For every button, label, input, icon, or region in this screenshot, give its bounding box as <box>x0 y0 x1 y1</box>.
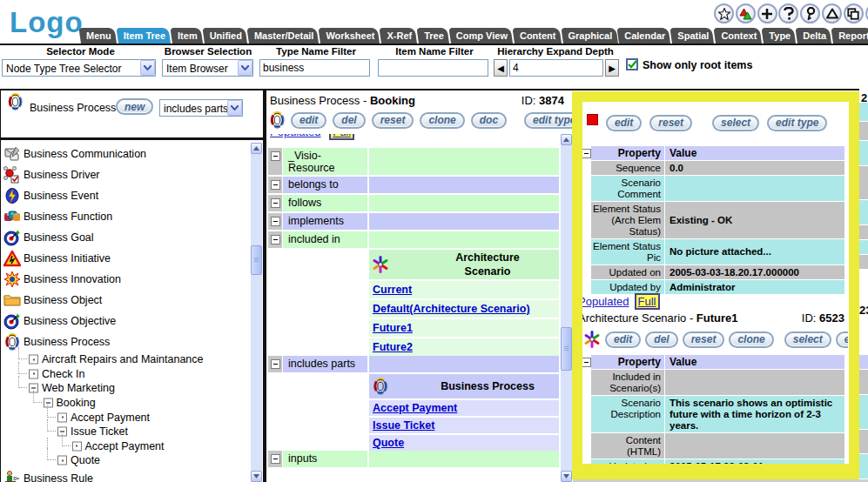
leaf-icon[interactable] <box>72 441 82 451</box>
reset-button[interactable]: reset <box>649 115 692 131</box>
related-item-link[interactable]: Issue Ticket <box>373 419 434 432</box>
reset-button[interactable]: reset <box>683 331 725 348</box>
delta-icon[interactable] <box>822 3 842 23</box>
collapse-icon[interactable] <box>582 149 591 158</box>
tree-item-booking[interactable]: Booking <box>1 396 251 411</box>
reset-button[interactable]: reset <box>372 112 414 129</box>
item-name-filter-input[interactable] <box>378 59 488 77</box>
edit-type-button[interactable]: edit type <box>767 115 827 131</box>
hierarchy-expand-depth-input[interactable] <box>509 59 603 77</box>
relation-scrollbar[interactable] <box>561 134 572 482</box>
full-link[interactable]: Full <box>329 134 354 140</box>
relation-filter-arrow-icon[interactable] <box>227 100 242 116</box>
clone-button[interactable]: clone <box>729 331 773 348</box>
tab-calendar[interactable]: Calendar <box>619 28 670 44</box>
select-button[interactable]: select <box>712 115 759 131</box>
scroll-down-icon[interactable] <box>561 471 572 482</box>
related-item-link[interactable]: Future1 <box>373 322 413 334</box>
collapse-icon[interactable] <box>271 151 280 161</box>
tab-x-ref[interactable]: X-Ref <box>381 28 417 44</box>
tab-content[interactable]: Content <box>515 28 562 44</box>
tree-item-aircraft-repairs-and-maintanance[interactable]: Aircraft Repairs and Maintanance <box>1 352 251 367</box>
tab-menu[interactable]: Menu <box>81 28 117 44</box>
tab-unified[interactable]: Unified <box>205 28 247 44</box>
browser-selection-select[interactable]: Item Browser <box>162 59 253 77</box>
tree-item-business-innovation[interactable]: Business Innovation <box>1 269 251 290</box>
collapse-icon[interactable] <box>582 358 591 367</box>
leaf-icon[interactable] <box>57 412 67 422</box>
show-only-root-items-checkbox[interactable] <box>626 58 638 70</box>
tab-tree[interactable]: Tree <box>419 28 449 44</box>
tree-item-business-goal[interactable]: Business Goal <box>1 227 251 248</box>
full-link[interactable]: Full <box>635 293 660 310</box>
layers-icon[interactable] <box>736 3 756 23</box>
tab-spatial[interactable]: Spatial <box>672 28 714 44</box>
collapse-icon[interactable] <box>271 198 280 208</box>
tab-report[interactable]: Report <box>833 28 868 44</box>
tree-item-business-function[interactable]: Business Function <box>1 206 251 227</box>
tree-item-business-communication[interactable]: Business Communication <box>1 144 251 164</box>
tab-item[interactable]: Item <box>172 28 203 44</box>
related-item-link[interactable]: Quote <box>373 437 404 449</box>
collapse-icon[interactable] <box>271 180 280 190</box>
tab-type[interactable]: Type <box>764 28 796 44</box>
tree-item-business-process[interactable]: Business Process <box>1 331 251 352</box>
star-icon[interactable] <box>714 3 734 23</box>
help-icon[interactable] <box>778 3 798 23</box>
tab-master-detail[interactable]: Master/Detail <box>249 28 319 44</box>
del-button[interactable]: del <box>645 331 677 348</box>
selector-mode-select[interactable]: Node Type Tree Selector <box>2 59 156 77</box>
tree-item-accept-payment[interactable]: Accept Payment <box>1 410 251 425</box>
tree-item-accept-payment[interactable]: Accept Payment <box>1 439 251 454</box>
leaf-icon[interactable] <box>29 355 38 365</box>
edit-button[interactable]: edit <box>606 115 642 131</box>
tab-context[interactable]: Context <box>716 28 762 44</box>
tree-item-issue-ticket[interactable]: Issue Ticket <box>1 425 251 439</box>
tree-item-business-driver[interactable]: Business Driver <box>1 164 251 185</box>
scroll-down-icon[interactable] <box>251 471 262 482</box>
leaf-icon[interactable] <box>29 369 38 378</box>
selector-mode-arrow-icon[interactable] <box>140 60 155 76</box>
left-tree-scrollbar[interactable] <box>251 143 262 482</box>
related-item-link[interactable]: Default(Architecture Scenario) <box>373 303 530 315</box>
browser-selection-arrow-icon[interactable] <box>238 60 252 76</box>
tab-graphical[interactable]: Graphical <box>563 28 618 44</box>
tree-item-quote[interactable]: Quote <box>1 453 251 468</box>
tree-item-business-object[interactable]: Business Object <box>1 290 251 311</box>
populated-link[interactable]: Populated <box>270 134 321 138</box>
key-icon[interactable] <box>800 3 820 23</box>
tree-item-business-objective[interactable]: Business Objective <box>1 311 251 331</box>
tree-item-business-initiative[interactable]: Business Initiative <box>1 248 251 269</box>
edit-type-button[interactable]: edit type <box>836 331 848 348</box>
edit-button[interactable]: edit <box>291 112 326 129</box>
tab-delta[interactable]: Delta <box>797 28 831 44</box>
collapse-icon[interactable] <box>271 217 280 226</box>
edit-type-button[interactable]: edit type <box>524 112 572 129</box>
new-button[interactable]: new <box>116 98 153 115</box>
populated-link[interactable]: Populated <box>582 295 629 308</box>
related-item-link[interactable]: Current <box>373 284 412 296</box>
scroll-thumb[interactable] <box>251 245 262 275</box>
tab-comp-view[interactable]: Comp View <box>451 28 513 44</box>
select-button[interactable]: select <box>784 331 831 348</box>
depth-increment-button[interactable]: ▶ <box>605 59 619 77</box>
collapse-icon[interactable] <box>271 454 280 464</box>
leaf-icon[interactable] <box>57 456 67 465</box>
type-name-filter-input[interactable] <box>259 59 370 77</box>
tree-item-business-rule[interactable]: Business Rule <box>1 468 251 482</box>
doc-button[interactable]: doc <box>471 112 507 129</box>
partial-icon[interactable] <box>865 3 868 23</box>
tab-item-tree[interactable]: Item Tree <box>118 28 171 44</box>
scroll-thumb[interactable] <box>561 327 572 371</box>
collapse-icon[interactable] <box>271 235 280 244</box>
scroll-up-icon[interactable] <box>251 143 262 154</box>
clone-button[interactable]: clone <box>420 112 464 129</box>
collapse-icon[interactable] <box>271 359 280 369</box>
del-button[interactable]: del <box>333 112 365 129</box>
tab-worksheet[interactable]: Worksheet <box>320 28 380 44</box>
plus-icon[interactable] <box>757 3 777 23</box>
relation-filter-select[interactable]: includes parts <box>159 99 243 117</box>
tree-item-business-event[interactable]: Business Event <box>1 185 251 206</box>
scroll-up-icon[interactable] <box>561 134 572 145</box>
related-item-link[interactable]: Accept Payment <box>373 402 457 414</box>
